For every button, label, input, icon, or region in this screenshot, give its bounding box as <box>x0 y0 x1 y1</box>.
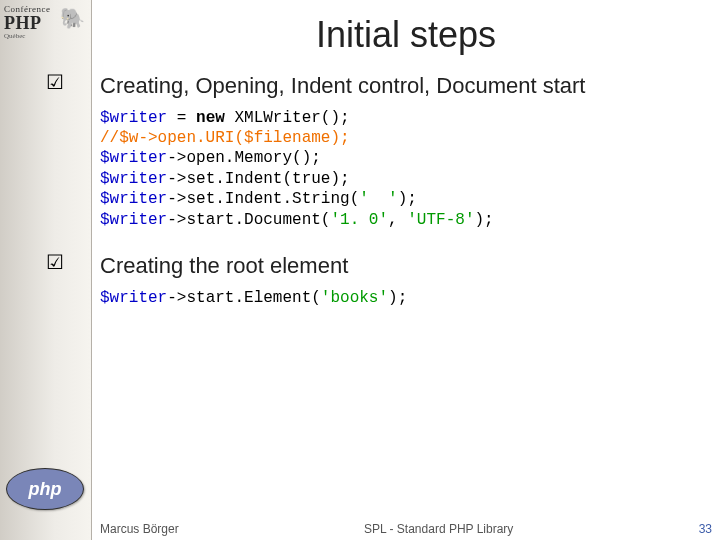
slide-content: Initial steps ☑ Creating, Opening, Inden… <box>92 0 720 512</box>
checkmark-icon: ☑ <box>20 252 90 272</box>
slide-title: Initial steps <box>92 14 720 56</box>
code-block-1: $writer = new XMLWriter(); //$w->open.UR… <box>100 108 720 231</box>
footer: Marcus Börger SPL - Standard PHP Library… <box>0 512 720 540</box>
footer-page-number: 33 <box>699 522 712 536</box>
elephant-icon: 🐘 <box>60 6 86 32</box>
conference-location: Québec <box>4 32 88 40</box>
footer-author: Marcus Börger <box>100 522 179 536</box>
bullet-1: Creating, Opening, Indent control, Docum… <box>100 72 720 100</box>
bullet-2: Creating the root element <box>100 252 720 280</box>
code-block-2: $writer->start.Element('books'); <box>100 288 720 308</box>
php-logo: php <box>6 468 84 510</box>
php-logo-text: php <box>29 479 62 500</box>
checkmark-icon: ☑ <box>20 72 90 92</box>
footer-title: SPL - Standard PHP Library <box>179 522 699 536</box>
